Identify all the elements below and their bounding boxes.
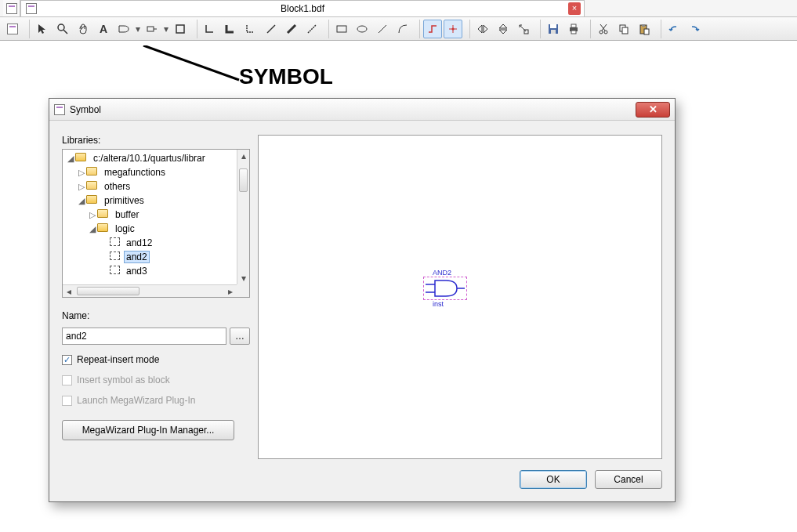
main-toolbar: A ▾ ▾ [0, 17, 797, 41]
megawizard-button[interactable]: MegaWizard Plug-In Manager... [62, 420, 234, 440]
svg-line-1 [63, 30, 67, 34]
tree-item[interactable]: ◢logic [66, 222, 237, 236]
name-input[interactable] [62, 328, 226, 345]
tree-item-label: primitives [102, 195, 147, 206]
repeat-insert-label: Repeat-insert mode [77, 354, 159, 365]
rotate-button[interactable] [514, 20, 533, 38]
checkbox-unchecked-icon [62, 396, 72, 406]
line-tool[interactable] [373, 20, 392, 38]
text-tool[interactable]: A [94, 20, 113, 38]
folder-icon [86, 181, 97, 190]
dialog-icon [54, 104, 65, 115]
rectangle-tool[interactable] [332, 20, 351, 38]
tab-title: Block1.bdf [281, 3, 324, 14]
cancel-button[interactable]: Cancel [595, 470, 662, 489]
orthogonal-bus-tool[interactable] [221, 20, 240, 38]
tree-item-label: c:/altera/10.1/quartus/librar [91, 153, 208, 164]
annotation-arrow [137, 45, 247, 91]
print-button[interactable] [564, 20, 583, 38]
arc-tool[interactable] [393, 20, 412, 38]
diagonal-bus-tool[interactable] [282, 20, 301, 38]
tree-item[interactable]: ◢primitives [66, 194, 237, 208]
tree-item-label: logic [113, 223, 137, 234]
repeat-insert-checkbox-row[interactable]: ✓ Repeat-insert mode [62, 354, 250, 365]
checkbox-checked-icon[interactable]: ✓ [62, 355, 72, 365]
doc-icon [26, 3, 37, 14]
redo-button[interactable] [685, 20, 704, 38]
tree-item[interactable]: and12 [66, 236, 237, 250]
tree-item[interactable]: ◢c:/altera/10.1/quartus/librar [66, 151, 237, 165]
symbol-tool[interactable] [114, 20, 133, 38]
close-button[interactable]: ✕ [636, 102, 670, 118]
scroll-thumb[interactable] [77, 287, 139, 295]
tree-horizontal-scrollbar[interactable]: ◂ ▸ [63, 284, 237, 297]
insert-block-label: Insert symbol as block [77, 375, 170, 385]
tree-expand-icon[interactable]: ▷ [77, 168, 86, 178]
tree-collapse-icon[interactable]: ◢ [88, 224, 97, 234]
scroll-right-icon[interactable]: ▸ [224, 286, 237, 297]
close-icon[interactable]: × [568, 2, 581, 15]
zoom-tool[interactable] [53, 20, 72, 38]
cancel-label: Cancel [614, 474, 643, 485]
ok-button[interactable]: OK [520, 470, 587, 489]
block-tool[interactable] [171, 20, 190, 38]
tree-expand-icon[interactable]: ▷ [88, 210, 97, 220]
symbol-icon [110, 252, 120, 260]
scroll-down-icon[interactable]: ▾ [237, 272, 249, 284]
orthogonal-conduit-tool[interactable] [241, 20, 260, 38]
folder-icon [86, 195, 97, 204]
paste-button[interactable] [635, 20, 654, 38]
save-button[interactable] [544, 20, 563, 38]
tree-item[interactable]: and3 [66, 264, 237, 278]
tree-item[interactable]: and2 [66, 250, 237, 264]
pointer-tool[interactable] [33, 20, 52, 38]
diagonal-node-tool[interactable] [262, 20, 281, 38]
document-tab[interactable]: Block1.bdf × [20, 0, 585, 16]
scroll-thumb[interactable] [239, 168, 248, 192]
libraries-tree[interactable]: ◢c:/altera/10.1/quartus/librar▷megafunct… [62, 149, 250, 298]
diagonal-conduit-tool[interactable] [302, 20, 321, 38]
symbol-icon [110, 266, 120, 274]
pin-tool[interactable] [143, 20, 161, 38]
cut-button[interactable] [594, 20, 613, 38]
svg-rect-14 [551, 30, 556, 34]
and-gate-symbol: AND2 inst [423, 269, 467, 308]
scroll-up-icon[interactable]: ▴ [237, 150, 249, 162]
tree-collapse-icon[interactable]: ◢ [77, 196, 86, 206]
tree-item-label: megafunctions [102, 167, 168, 178]
tree-vertical-scrollbar[interactable]: ▴ ▾ [237, 150, 249, 284]
svg-rect-26 [644, 29, 649, 34]
tree-item[interactable]: ▷megafunctions [66, 165, 237, 179]
svg-rect-13 [550, 24, 556, 28]
copy-button[interactable] [614, 20, 633, 38]
document-tab-bar: Block1.bdf × [0, 0, 797, 17]
dialog-titlebar[interactable]: Symbol ✕ [49, 99, 675, 121]
chevron-down-icon[interactable]: ▾ [163, 24, 169, 34]
undo-button[interactable] [665, 20, 683, 38]
tree-expand-icon[interactable]: ▷ [77, 182, 86, 192]
svg-rect-17 [571, 31, 576, 34]
folder-icon [86, 167, 97, 176]
browse-button[interactable]: … [230, 328, 250, 345]
svg-rect-25 [642, 24, 645, 27]
scroll-left-icon[interactable]: ◂ [63, 286, 75, 297]
oval-tool[interactable] [353, 20, 371, 38]
symbol-icon [110, 237, 120, 246]
orthogonal-node-tool[interactable] [201, 20, 219, 38]
tab-doc-icon-small[interactable] [3, 0, 20, 16]
symbol-preview: AND2 inst [258, 135, 662, 459]
chevron-down-icon[interactable]: ▾ [135, 24, 141, 34]
tree-collapse-icon[interactable]: ◢ [66, 154, 75, 164]
flip-vertical-button[interactable] [494, 20, 513, 38]
rubberband-mode1[interactable] [423, 20, 442, 38]
svg-point-20 [600, 31, 603, 34]
pan-tool[interactable] [74, 20, 92, 38]
svg-rect-3 [176, 25, 184, 33]
new-file-button[interactable] [3, 20, 22, 38]
rubberband-mode2[interactable] [444, 20, 462, 38]
name-label: Name: [62, 310, 250, 321]
svg-line-9 [379, 25, 386, 33]
flip-horizontal-button[interactable] [473, 20, 492, 38]
tree-item[interactable]: ▷buffer [66, 208, 237, 222]
tree-item[interactable]: ▷others [66, 179, 237, 194]
